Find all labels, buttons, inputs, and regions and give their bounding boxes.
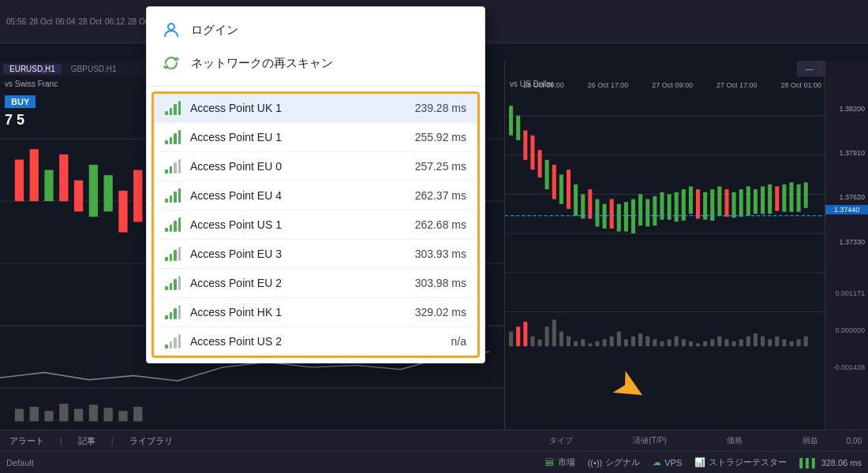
access-point-item[interactable]: Access Point EU 3303.93 ms [154,240,477,269]
login-icon [163,21,180,39]
svg-rect-42 [118,411,127,421]
svg-rect-129 [768,340,772,347]
access-point-item[interactable]: Access Point US 2n/a [154,327,477,356]
svg-rect-60 [581,194,585,218]
signal-strength-icon [165,130,181,144]
alert-tab[interactable]: アラート [6,434,47,449]
price-5: 0.001171 [835,289,865,297]
access-point-item[interactable]: Access Point EU 2303.98 ms [154,269,477,298]
minimize-btn[interactable]: — [797,61,821,76]
svg-rect-130 [775,337,779,346]
svg-rect-98 [545,326,549,346]
access-point-item[interactable]: Access Point EU 4262.37 ms [154,181,477,210]
svg-rect-39 [74,409,83,422]
price-4: 1.37330 [839,238,865,246]
library-tab[interactable]: ライブラリ [126,434,176,449]
vps-icon: ☁ [653,457,661,467]
dropdown-menu: ログイン ネットワークの再スキャン Access Point UK 1239.2… [146,6,485,363]
tab-eurusd[interactable]: EURUSD,H1 [3,64,62,74]
svg-rect-87 [775,186,779,210]
svg-rect-119 [696,343,700,346]
svg-rect-10 [89,165,98,217]
svg-rect-97 [538,340,542,347]
svg-rect-51 [516,116,520,140]
access-point-item[interactable]: Access Point EU 1255.92 ms [154,123,477,152]
svg-rect-127 [754,333,758,346]
svg-rect-94 [516,326,520,346]
col-profit: 損益 [803,435,818,446]
access-point-latency: 255.92 ms [395,131,466,143]
price-3: 1.37620 [839,193,865,201]
svg-rect-104 [588,343,592,346]
svg-rect-66 [624,202,628,231]
strategy-icon: 📊 [694,457,705,467]
svg-rect-124 [732,341,736,346]
svg-rect-122 [717,337,721,346]
profit-value: 0.00 [847,437,862,445]
login-menu-item[interactable]: ログイン [147,13,485,47]
signal-ms-status[interactable]: ▌▌▌ 328.06 ms [799,458,862,467]
col-price: 価格 [727,435,743,446]
signal-strength-icon [165,305,181,319]
article-tab[interactable]: 記事 [75,434,99,449]
svg-rect-75 [689,186,693,214]
svg-rect-5 [15,159,24,201]
price-1: 1.38200 [839,105,865,113]
svg-rect-134 [804,337,808,346]
svg-rect-117 [682,340,686,347]
svg-rect-69 [645,199,649,227]
access-point-item[interactable]: Access Point HK 1329.02 ms [154,298,477,327]
svg-rect-84 [754,189,758,214]
separator-1: | [60,436,62,445]
svg-rect-81 [732,192,736,218]
signal-label: シグナル [605,456,640,468]
svg-rect-41 [104,408,113,421]
access-point-item[interactable]: Access Point UK 1239.28 ms [154,94,477,123]
svg-rect-12 [118,191,127,233]
svg-rect-96 [530,337,534,346]
svg-rect-123 [724,340,728,347]
access-point-name: Access Point EU 3 [190,248,386,260]
svg-rect-79 [717,186,721,215]
svg-rect-114 [660,341,664,346]
svg-rect-89 [789,182,793,211]
access-point-name: Access Point EU 1 [190,131,386,143]
strategy-status[interactable]: 📊 ストラジーテスター [694,456,787,468]
rt-label-5: 28 Oct 01:00 [780,81,821,89]
svg-rect-76 [696,189,700,218]
svg-rect-57 [559,174,563,203]
svg-rect-101 [567,337,571,346]
svg-rect-53 [530,136,534,170]
market-status[interactable]: 🏛 市場 [544,456,575,468]
tab-gbpusd[interactable]: GBPUSD,H1 [65,64,123,74]
svg-rect-128 [761,337,765,346]
svg-rect-121 [710,340,714,347]
svg-rect-67 [631,199,635,234]
signal-icon: ((•)) [588,458,603,467]
svg-rect-103 [581,340,585,347]
access-point-item[interactable]: Access Point US 1262.68 ms [154,210,477,240]
access-points-list: Access Point UK 1239.28 msAccess Point E… [152,91,480,358]
svg-rect-86 [768,184,772,214]
svg-rect-110 [631,337,635,346]
left-chart-title: vs Swiss Franc [5,80,58,88]
signal-strength-icon [165,159,181,173]
svg-rect-36 [30,407,39,421]
svg-rect-58 [567,169,571,209]
svg-rect-73 [675,192,679,222]
access-point-latency: 239.28 ms [395,102,466,114]
svg-rect-59 [574,184,578,216]
svg-rect-8 [59,155,68,201]
vps-status[interactable]: ☁ VPS [653,457,682,467]
signal-status[interactable]: ((•)) シグナル [588,456,641,468]
col-tp: 済値(T/P) [633,435,666,446]
access-point-item[interactable]: Access Point EU 0257.25 ms [154,152,477,181]
current-price-tag: 1.37440 [825,205,868,214]
access-point-name: Access Point US 2 [190,335,386,348]
svg-rect-111 [638,333,642,346]
svg-rect-116 [675,337,679,346]
svg-point-135 [168,24,174,30]
svg-rect-88 [782,184,786,212]
rescan-menu-item[interactable]: ネットワークの再スキャン [147,47,485,80]
vps-label: VPS [664,458,682,467]
